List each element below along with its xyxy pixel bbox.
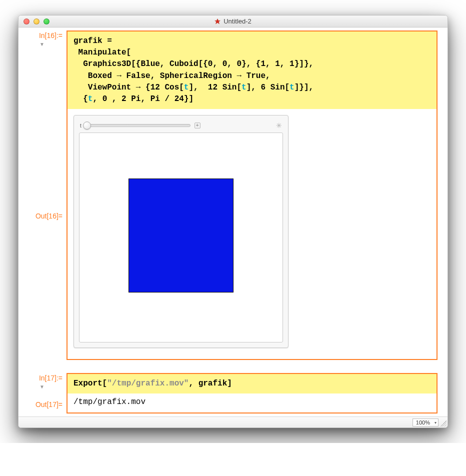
code-text: Manipulate[: [74, 48, 131, 57]
cell-group-2: In[17]:= ▼ Export["/tmp/grafix.mov", gra…: [18, 370, 448, 416]
zoom-selector[interactable]: 100% ▾: [412, 418, 438, 426]
app-window: Untitled-2 In[16]:= ▼ grafik = Manipulat…: [18, 15, 448, 428]
cell-group-1: In[16]:= ▼ grafik = Manipulate[ Graphics…: [18, 28, 448, 363]
cell-frame: Export["/tmp/grafix.mov", grafik] /tmp/g…: [66, 373, 438, 414]
disclosure-icon[interactable]: ▼: [40, 42, 44, 47]
out-label: Out[17]=: [18, 396, 66, 408]
code-var: t: [88, 94, 93, 104]
mathematica-icon: [214, 18, 220, 24]
graphics3d-pane[interactable]: [79, 132, 283, 342]
output-cell: t + ✳: [68, 109, 436, 359]
slider-label: t: [80, 123, 82, 128]
out-label-text: Out[16]=: [36, 212, 62, 220]
cell-frame: grafik = Manipulate[ Graphics3D[{Blue, C…: [66, 30, 438, 360]
code-text: ], 12 Sin[: [188, 83, 242, 92]
chevron-down-icon: ▾: [434, 420, 436, 425]
code-text: Export[: [74, 379, 107, 388]
code-var: t: [290, 83, 294, 92]
in-label: In[17]:= ▼: [18, 370, 66, 382]
code-text: ViewPoint → {12 Cos[: [74, 83, 184, 92]
gear-icon[interactable]: ✳: [276, 122, 282, 130]
output-cell: /tmp/grafix.mov: [68, 394, 436, 412]
code-text: {: [74, 94, 88, 104]
close-button[interactable]: [24, 18, 30, 24]
titlebar: Untitled-2: [18, 16, 448, 28]
code-text: ]}],: [294, 83, 314, 92]
code-text: ], 6 Sin[: [246, 83, 290, 92]
minimize-button[interactable]: [34, 18, 40, 24]
zoom-value: 100%: [416, 420, 430, 426]
slider-thumb[interactable]: [83, 122, 91, 130]
code-text: grafik =: [74, 36, 112, 46]
out-label-text: Out[17]=: [36, 400, 62, 408]
code-text: Boxed → False, SphericalRegion → True,: [74, 72, 270, 80]
in-label: In[16]:= ▼: [18, 28, 66, 40]
statusbar: 100% ▾: [18, 416, 448, 428]
plus-icon: +: [196, 123, 199, 128]
zoom-button[interactable]: [44, 18, 50, 24]
manipulate-controls: t + ✳: [74, 120, 288, 132]
in-label-text: In[16]:=: [39, 32, 62, 40]
slider-expand-button[interactable]: +: [194, 122, 200, 128]
code-text: Graphics3D[{Blue, Cuboid[{0, 0, 0}, {1, …: [74, 60, 314, 68]
input-cell[interactable]: Export["/tmp/grafix.mov", grafik]: [68, 374, 436, 394]
svg-marker-0: [215, 18, 220, 24]
manipulate-panel[interactable]: t + ✳: [74, 115, 288, 348]
disclosure-icon[interactable]: ▼: [40, 384, 44, 390]
notebook-area: In[16]:= ▼ grafik = Manipulate[ Graphics…: [18, 28, 448, 416]
window-title: Untitled-2: [224, 18, 252, 25]
cuboid-graphic: [128, 178, 234, 292]
title-center: Untitled-2: [18, 18, 448, 25]
input-cell[interactable]: grafik = Manipulate[ Graphics3D[{Blue, C…: [68, 32, 436, 109]
traffic-lights: [18, 18, 50, 24]
in-label-text: In[17]:=: [39, 374, 62, 382]
code-var: t: [242, 83, 246, 92]
code-string: "/tmp/grafix.mov": [107, 379, 188, 388]
code-text: , grafik]: [188, 379, 232, 388]
out-label: Out[16]=: [18, 208, 66, 220]
resize-handle[interactable]: [440, 420, 446, 426]
output-text: /tmp/grafix.mov: [74, 398, 146, 406]
slider-track[interactable]: [86, 124, 190, 127]
code-text: , 0 , 2 Pi, Pi / 24}]: [92, 94, 194, 104]
code-var: t: [184, 83, 189, 92]
